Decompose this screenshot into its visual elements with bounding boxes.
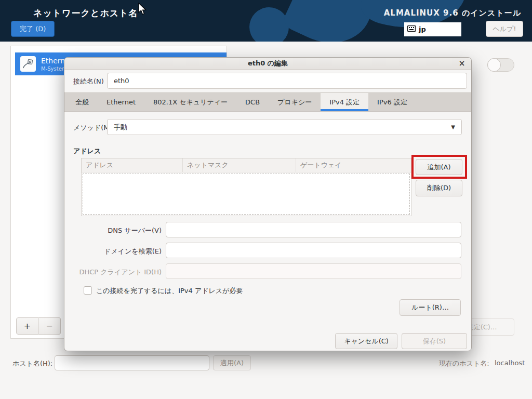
column-header-netmask[interactable]: ネットマスク (183, 158, 296, 172)
tab-proxy[interactable]: プロキシー (269, 93, 321, 111)
keyboard-layout-indicator[interactable]: jp (404, 22, 461, 36)
connection-name-value: eth0 (114, 77, 129, 85)
connection-name-input[interactable]: eth0 (107, 73, 467, 89)
addresses-table-header: アドレス ネットマスク ゲートウェイ (82, 158, 411, 172)
addresses-table-body-empty[interactable] (83, 174, 410, 215)
addresses-section-label: アドレス (73, 147, 101, 156)
chevron-down-icon: ▼ (451, 124, 455, 130)
dialog-title: eth0 の編集 (248, 59, 288, 68)
product-title: ALMALINUX 9.6 のインストール (384, 8, 521, 18)
addresses-table[interactable]: アドレス ネットマスク ゲートウェイ (81, 158, 411, 216)
edit-connection-dialog: eth0 の編集 × 接続名(N) eth0 全般 Ethernet 802.1… (64, 57, 472, 351)
help-button[interactable]: ヘルプ! (486, 21, 523, 37)
tab-dcb[interactable]: DCB (236, 93, 269, 111)
routes-button[interactable]: ルート(R)… (400, 299, 461, 316)
toggle-knob (487, 58, 501, 72)
hostname-input[interactable] (55, 355, 209, 370)
delete-address-button[interactable]: 削除(D) (416, 180, 462, 196)
remove-device-button[interactable]: − (38, 317, 61, 335)
tab-802-1x-security[interactable]: 802.1X セキュリティー (144, 93, 236, 111)
installer-screen: ネットワークとホスト名 完了 (D) ALMALINUX 9.6 のインストール… (0, 0, 532, 399)
done-button[interactable]: 完了 (D) (11, 21, 55, 37)
ethernet-device-icon (20, 56, 36, 72)
device-enabled-toggle[interactable] (487, 58, 514, 72)
tab-ipv6-settings[interactable]: IPv6 設定 (368, 93, 416, 111)
require-ipv4-checkbox[interactable] (84, 286, 92, 295)
header-bar: ネットワークとホスト名 完了 (D) ALMALINUX 9.6 のインストール… (0, 0, 532, 42)
apply-hostname-button[interactable]: 適用(A) (213, 355, 251, 370)
current-hostname-value: localhost (495, 359, 525, 367)
tab-general[interactable]: 全般 (66, 93, 98, 111)
dns-servers-label: DNS サーバー(V) (73, 226, 162, 235)
current-hostname-label: 現在のホスト名: (439, 359, 489, 368)
tab-ethernet[interactable]: Ethernet (98, 93, 144, 111)
dhcp-client-id-label: DHCP クライアント ID(H) (73, 268, 162, 277)
column-header-gateway[interactable]: ゲートウェイ (296, 158, 411, 172)
column-header-address[interactable]: アドレス (82, 158, 183, 172)
add-address-button[interactable]: 追加(A) (416, 159, 462, 175)
keyboard-icon (407, 25, 416, 33)
method-dropdown[interactable]: 手動 ▼ (107, 119, 462, 135)
save-button[interactable]: 保存(S) (402, 333, 467, 349)
close-icon[interactable]: × (457, 58, 467, 69)
add-device-button[interactable]: + (16, 317, 38, 335)
almalinux-logo-decoration (249, 7, 289, 42)
mouse-cursor (137, 3, 148, 15)
hostname-label: ホスト名(H): (12, 359, 52, 368)
method-selected-value: 手動 (114, 123, 127, 132)
connection-name-label: 接続名(N) (73, 77, 104, 86)
search-domains-label: ドメインを検索(E) (73, 247, 162, 256)
dhcp-client-id-input (166, 263, 461, 279)
cancel-button[interactable]: キャンセル(C) (335, 333, 397, 349)
device-list-toolbar: + − (16, 317, 61, 335)
dialog-titlebar[interactable]: eth0 の編集 × (64, 58, 471, 70)
keyboard-layout-label: jp (419, 25, 426, 33)
search-domains-input[interactable] (166, 243, 461, 258)
method-label: メソッド(M) (73, 123, 112, 132)
tab-ipv4-settings[interactable]: IPv4 設定 (321, 93, 368, 111)
dialog-tabstrip: 全般 Ethernet 802.1X セキュリティー DCB プロキシー IPv… (64, 92, 471, 112)
dns-servers-input[interactable] (166, 222, 461, 237)
page-title: ネットワークとホスト名 (33, 7, 138, 19)
require-ipv4-checkbox-label: この接続を完了するには、IPv4 アドレスが必要 (96, 286, 243, 296)
